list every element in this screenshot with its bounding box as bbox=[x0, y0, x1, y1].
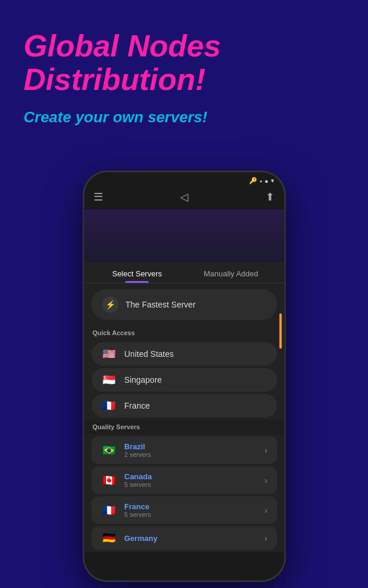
tab-manually-added[interactable]: Manually Added bbox=[184, 262, 279, 283]
country-name-france-quick: France bbox=[124, 401, 267, 410]
main-title: Global Nodes Distribution! bbox=[24, 29, 344, 96]
canada-info: Canada 5 servers bbox=[124, 472, 257, 488]
key-icon: 🔑 bbox=[249, 177, 257, 185]
country-name-singapore: Singapore bbox=[124, 375, 267, 385]
share-icon[interactable]: ⬆ bbox=[266, 191, 274, 203]
flag-us: 🇺🇸 bbox=[101, 348, 117, 360]
fastest-server-label: The Fastest Server bbox=[125, 300, 195, 309]
signal-icon: ▾ bbox=[271, 177, 274, 185]
france-info: France 5 servers bbox=[124, 502, 257, 518]
menu-icon[interactable]: ☰ bbox=[94, 191, 103, 203]
flag-france-quick: 🇫🇷 bbox=[101, 400, 117, 412]
server-item-france-quality[interactable]: 🇫🇷 France 5 servers › bbox=[91, 496, 277, 524]
flag-singapore: 🇸🇬 bbox=[101, 374, 117, 386]
app-bar: ☰ ◁ ⬆ bbox=[84, 187, 284, 209]
flag-france-quality: 🇫🇷 bbox=[101, 505, 117, 516]
dot-icon: ● bbox=[264, 178, 268, 185]
send-icon[interactable]: ◁ bbox=[180, 191, 188, 203]
country-name-canada: Canada bbox=[124, 472, 257, 481]
scroll-indicator[interactable] bbox=[279, 313, 281, 349]
france-arrow: › bbox=[264, 506, 267, 515]
germany-info: Germany bbox=[124, 534, 257, 543]
canada-arrow: › bbox=[264, 476, 267, 485]
france-server-count: 5 servers bbox=[124, 511, 257, 518]
status-bar: 🔑 ▪ ● ▾ bbox=[84, 172, 284, 187]
phone-screen: 🔑 ▪ ● ▾ ☰ ◁ ⬆ Select Servers M bbox=[84, 172, 284, 580]
square-icon: ▪ bbox=[260, 178, 262, 185]
canada-server-count: 5 servers bbox=[124, 481, 257, 488]
phone-mockup: 🔑 ▪ ● ▾ ☰ ◁ ⬆ Select Servers M bbox=[82, 171, 286, 582]
country-name-france-quality: France bbox=[124, 502, 257, 511]
brazil-arrow: › bbox=[264, 446, 267, 455]
brazil-info: Brazil 2 servers bbox=[124, 442, 257, 458]
sub-title: Create your own servers! bbox=[24, 108, 344, 126]
germany-arrow: › bbox=[264, 533, 267, 543]
fastest-server-button[interactable]: ⚡ The Fastest Server bbox=[91, 289, 277, 320]
top-area bbox=[84, 209, 284, 262]
server-item-germany[interactable]: 🇩🇪 Germany › bbox=[91, 526, 277, 550]
server-item-canada[interactable]: 🇨🇦 Canada 5 servers › bbox=[91, 466, 277, 494]
flag-germany: 🇩🇪 bbox=[101, 532, 117, 544]
country-name-germany: Germany bbox=[124, 534, 257, 543]
fastest-icon: ⚡ bbox=[102, 296, 118, 313]
tab-select-servers[interactable]: Select Servers bbox=[90, 262, 184, 283]
country-name-us: United States bbox=[124, 349, 267, 359]
flag-brazil: 🇧🇷 bbox=[101, 445, 117, 456]
server-item-france-quick[interactable]: 🇫🇷 France bbox=[91, 394, 277, 417]
brazil-server-count: 2 servers bbox=[124, 451, 257, 458]
quick-access-label: Quick Access bbox=[84, 326, 284, 340]
hero-section: Global Nodes Distribution! Create your o… bbox=[0, 0, 368, 156]
server-item-brazil[interactable]: 🇧🇷 Brazil 2 servers › bbox=[91, 436, 277, 464]
phone-outer: 🔑 ▪ ● ▾ ☰ ◁ ⬆ Select Servers M bbox=[82, 171, 286, 582]
server-item-singapore[interactable]: 🇸🇬 Singapore bbox=[91, 368, 277, 392]
server-item-us[interactable]: 🇺🇸 United States bbox=[91, 342, 277, 366]
tab-bar: Select Servers Manually Added bbox=[84, 262, 284, 283]
quality-servers-label: Quality Servers bbox=[84, 420, 284, 434]
server-list: ⚡ The Fastest Server Quick Access 🇺🇸 Uni… bbox=[84, 283, 284, 552]
flag-canada: 🇨🇦 bbox=[101, 475, 117, 486]
country-name-brazil: Brazil bbox=[124, 442, 257, 451]
